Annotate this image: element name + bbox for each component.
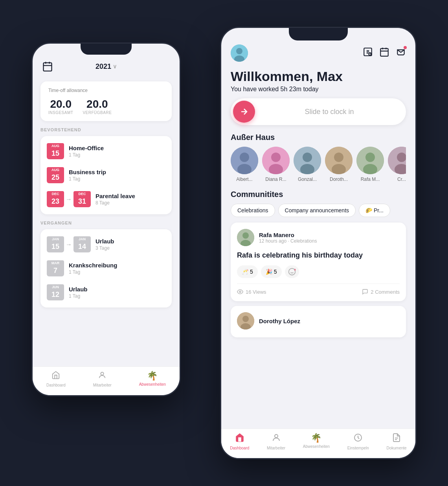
event-info: Business trip 1 Tag xyxy=(69,169,165,182)
date-badge-aug15: AUG 15 xyxy=(47,143,64,159)
communities-title: Communitites xyxy=(231,190,406,199)
event-item[interactable]: DEC 23 → DEC 31 Parental leave 8 Tage xyxy=(40,187,172,211)
back-header: 2021 ∨ xyxy=(40,55,172,78)
svg-point-41 xyxy=(288,269,295,275)
welcome-title: Willkommen, Max xyxy=(231,69,406,84)
comments-count: 2 Comments xyxy=(371,289,400,295)
event-info: Krankschreibung 1 Tag xyxy=(69,262,165,275)
reaction-emoji-1: 🥂 xyxy=(242,269,248,275)
event-info: Home-Office 1 Tag xyxy=(69,145,165,158)
event-item[interactable]: AUG 15 Home-Office 1 Tag xyxy=(40,139,172,163)
post-header: Rafa Manero 12 hours ago · Celebrations xyxy=(237,229,400,246)
mitarbeiter-icon xyxy=(98,371,106,382)
tab-celebrations[interactable]: Celebrations xyxy=(231,204,275,217)
community-tabs: Celebrations Company announcements 🌮 Pr.… xyxy=(231,204,406,217)
post-stats: 16 Views 2 Comments xyxy=(237,284,400,295)
reaction-btn-party[interactable]: 🎉 5 xyxy=(261,265,282,278)
nav-item-mitarbeiter-front[interactable]: Mitarbeiter xyxy=(267,433,285,450)
back-notch xyxy=(81,44,132,55)
reaction-count-1: 5 xyxy=(250,269,253,275)
user-avatar[interactable] xyxy=(231,44,248,62)
svg-point-44 xyxy=(239,291,241,293)
time-off-title: Time-off allowance xyxy=(48,88,164,93)
event-item[interactable]: JUN 12 Urlaub 1 Tag xyxy=(40,280,172,304)
person-avatar-4 xyxy=(325,147,353,174)
nav-label-mitarbeiter-front: Mitarbeiter xyxy=(267,446,285,450)
nav-label-dashboard-front: Dashboard xyxy=(230,446,249,450)
abwesenheiten-icon-front: 🌴 xyxy=(311,433,321,443)
date-badge-dec23: DEC 23 xyxy=(47,191,64,207)
nav-item-dashboard-front[interactable]: Dashboard xyxy=(230,433,249,450)
reaction-btn-champagne[interactable]: 🥂 5 xyxy=(237,265,258,278)
post-meta: 12 hours ago · Celebrations xyxy=(259,238,400,244)
notifications-icon[interactable] xyxy=(396,47,406,59)
year-selector[interactable]: 2021 ∨ xyxy=(95,63,117,71)
date-badge-jan15: JAN 15 xyxy=(47,236,64,252)
upcoming-label: BEVORSTEHEND xyxy=(40,127,172,132)
person-card[interactable]: Rafa M... xyxy=(356,147,384,182)
date-range: JAN 15 → JAN 14 xyxy=(47,236,91,252)
nav-item-abwesenheiten-front[interactable]: 🌴 Abwesenheiten xyxy=(303,433,330,450)
calendar-icon[interactable] xyxy=(40,59,55,74)
total-number: 20.0 xyxy=(48,98,73,110)
person-card[interactable]: Albert... xyxy=(231,147,258,182)
tab-company-announcements[interactable]: Company announcements xyxy=(278,204,356,217)
post-time: 12 hours ago xyxy=(259,238,286,244)
front-phone-content: Willkommen, Max You have worked 5h 23m t… xyxy=(221,40,415,458)
reactions-row: 🥂 5 🎉 5 xyxy=(237,265,400,278)
post-avatar xyxy=(237,229,254,246)
nav-item-dashboard-back[interactable]: Dashboard xyxy=(46,371,66,387)
svg-point-30 xyxy=(334,153,343,162)
post-card-2[interactable]: Dorothy López xyxy=(231,306,406,337)
total-label: INSGESAMT xyxy=(48,110,73,115)
add-reaction-button[interactable] xyxy=(285,265,299,278)
svg-point-39 xyxy=(242,232,249,239)
past-events-list: JAN 15 → JAN 14 Urlaub 3 Tage xyxy=(40,229,172,307)
event-item[interactable]: AUG 25 Business trip 1 Tag xyxy=(40,163,172,187)
svg-point-6 xyxy=(236,48,242,54)
range-arrow-icon: → xyxy=(66,196,72,203)
phone-front: Willkommen, Max You have worked 5h 23m t… xyxy=(220,27,417,459)
person-name-3: Gonzal... xyxy=(298,177,317,182)
svg-point-46 xyxy=(242,316,249,322)
nav-item-abwesenheiten-back[interactable]: 🌴 Abwesenheiten xyxy=(139,371,166,387)
person-card[interactable]: Diana R... xyxy=(262,147,290,182)
front-header xyxy=(231,40,406,66)
svg-point-4 xyxy=(101,372,104,375)
back-bottom-nav: Dashboard Mitarbeiter 🌴 Abwesenheiten xyxy=(33,366,180,395)
event-item[interactable]: JAN 15 → JAN 14 Urlaub 3 Tage xyxy=(40,232,172,256)
einstempeln-icon xyxy=(353,433,363,445)
time-off-card: Time-off allowance 20.0 INSGESAMT 20.0 V… xyxy=(40,81,172,121)
nav-item-einstempeln-front[interactable]: Einstempeln xyxy=(347,433,369,450)
time-off-values: 20.0 INSGESAMT 20.0 VERFÜGBARE xyxy=(48,98,164,115)
person-name-1: Albert... xyxy=(236,177,252,182)
person-card[interactable]: Cr... xyxy=(388,147,406,182)
timesheet-icon[interactable] xyxy=(363,47,373,59)
event-info: Urlaub 1 Tag xyxy=(69,286,165,299)
date-badge-jan14: JAN 14 xyxy=(73,236,91,252)
available-value-block: 20.0 VERFÜGBARE xyxy=(83,98,112,115)
nav-item-mitarbeiter-back[interactable]: Mitarbeiter xyxy=(93,371,112,387)
nav-item-dokumente-front[interactable]: Dokumente xyxy=(386,433,406,450)
clock-in-bar[interactable]: Slide to clock in xyxy=(231,98,406,125)
person-avatar-3 xyxy=(294,147,321,174)
tab-third[interactable]: 🌮 Pr... xyxy=(359,204,390,217)
clock-in-handle[interactable] xyxy=(233,101,255,123)
available-number: 20.0 xyxy=(83,98,112,110)
front-notch xyxy=(289,28,348,40)
views-stat: 16 Views xyxy=(237,289,266,295)
event-item[interactable]: MAR 7 Krankschreibung 1 Tag xyxy=(40,256,172,280)
post-card[interactable]: Rafa Manero 12 hours ago · Celebrations … xyxy=(231,223,406,301)
post2-user-info: Dorothy López xyxy=(259,318,400,324)
calendar-header-icon[interactable] xyxy=(379,47,389,59)
post-username: Rafa Manero xyxy=(259,232,400,238)
person-card[interactable]: Doroth... xyxy=(325,147,353,182)
date-badge-mar7: MAR 7 xyxy=(47,260,64,276)
nav-label-abwesenheiten-front: Abwesenheiten xyxy=(303,444,330,449)
communities-section: Communitites Celebrations Company announ… xyxy=(231,190,406,217)
views-count: 16 Views xyxy=(246,289,266,295)
outside-title: Außer Haus xyxy=(231,133,406,142)
back-phone-content: 2021 ∨ Time-off allowance 20.0 INSGESAMT… xyxy=(33,55,180,395)
past-label: VERGANGEN xyxy=(40,221,172,225)
person-card[interactable]: Gonzal... xyxy=(294,147,321,182)
